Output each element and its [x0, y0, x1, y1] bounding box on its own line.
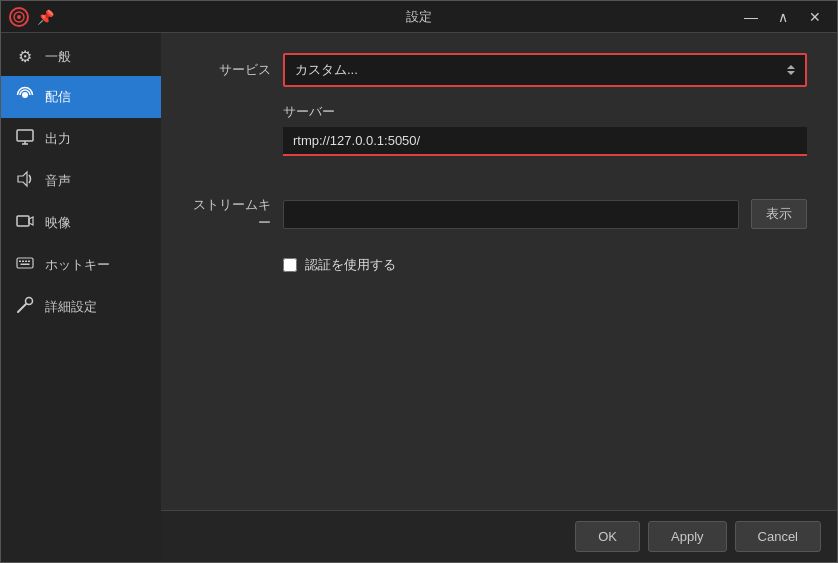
server-section: サーバー: [191, 103, 807, 172]
titlebar-left: 📌: [9, 7, 54, 27]
broadcast-icon: [15, 86, 35, 108]
ok-button[interactable]: OK: [575, 521, 640, 552]
wrench-icon: [15, 296, 35, 318]
pin-icon[interactable]: 📌: [37, 9, 54, 25]
server-input-row: [191, 127, 807, 156]
titlebar-controls: — ∧ ✕: [737, 6, 829, 28]
audio-icon: [15, 170, 35, 192]
show-stream-key-button[interactable]: 表示: [751, 199, 807, 229]
sidebar-item-hotkeys[interactable]: ホットキー: [1, 244, 161, 286]
service-row: サービス カスタム...: [191, 53, 807, 87]
svg-rect-13: [25, 261, 27, 263]
content: ⚙ 一般 配信: [1, 33, 837, 562]
sidebar: ⚙ 一般 配信: [1, 33, 161, 562]
stream-key-input[interactable]: [283, 200, 739, 229]
sidebar-item-advanced[interactable]: 詳細設定: [1, 286, 161, 328]
svg-rect-14: [28, 261, 30, 263]
sidebar-item-stream[interactable]: 配信: [1, 76, 161, 118]
keyboard-icon: [15, 254, 35, 276]
settings-window: 📌 設定 — ∧ ✕ ⚙ 一般 配信: [0, 0, 838, 563]
apply-button[interactable]: Apply: [648, 521, 727, 552]
svg-point-2: [17, 15, 21, 19]
dropdown-arrow-icon: [787, 65, 795, 75]
svg-marker-9: [29, 217, 33, 225]
svg-rect-4: [17, 130, 33, 141]
sidebar-item-label-output: 出力: [45, 130, 71, 148]
sidebar-item-output[interactable]: 出力: [1, 118, 161, 160]
svg-point-3: [22, 92, 28, 98]
svg-rect-10: [17, 258, 33, 268]
sidebar-item-label-hotkeys: ホットキー: [45, 256, 110, 274]
sidebar-item-label-video: 映像: [45, 214, 71, 232]
sidebar-item-label-general: 一般: [45, 48, 71, 66]
auth-checkbox-label[interactable]: 認証を使用する: [305, 256, 396, 274]
main-panel: サービス カスタム... サーバー ストリームキ: [161, 33, 837, 562]
maximize-button[interactable]: ∧: [769, 6, 797, 28]
sidebar-item-label-stream: 配信: [45, 88, 71, 106]
auth-checkbox[interactable]: [283, 258, 297, 272]
sidebar-item-video[interactable]: 映像: [1, 202, 161, 244]
cancel-button[interactable]: Cancel: [735, 521, 821, 552]
titlebar: 📌 設定 — ∧ ✕: [1, 1, 837, 33]
obs-icon: [9, 7, 29, 27]
svg-rect-12: [22, 261, 24, 263]
minimize-button[interactable]: —: [737, 6, 765, 28]
svg-point-17: [26, 298, 33, 305]
window-title: 設定: [406, 8, 432, 26]
sidebar-item-audio[interactable]: 音声: [1, 160, 161, 202]
monitor-icon: [15, 128, 35, 150]
service-label: サービス: [191, 61, 271, 79]
sidebar-item-general[interactable]: ⚙ 一般: [1, 37, 161, 76]
svg-rect-15: [21, 264, 30, 266]
svg-line-16: [18, 304, 26, 312]
gear-icon: ⚙: [15, 47, 35, 66]
svg-rect-8: [17, 216, 29, 226]
auth-checkbox-row: 認証を使用する: [283, 256, 807, 274]
video-icon: [15, 212, 35, 234]
service-dropdown[interactable]: カスタム...: [283, 53, 807, 87]
server-input[interactable]: [283, 127, 807, 156]
sidebar-item-label-advanced: 詳細設定: [45, 298, 97, 316]
stream-key-label: ストリームキー: [191, 196, 271, 232]
stream-key-row: ストリームキー 表示: [191, 196, 807, 232]
sidebar-item-label-audio: 音声: [45, 172, 71, 190]
svg-rect-11: [19, 261, 21, 263]
server-label: サーバー: [283, 103, 807, 121]
footer: OK Apply Cancel: [161, 510, 837, 562]
svg-marker-7: [18, 172, 27, 186]
service-value: カスタム...: [295, 61, 358, 79]
close-button[interactable]: ✕: [801, 6, 829, 28]
